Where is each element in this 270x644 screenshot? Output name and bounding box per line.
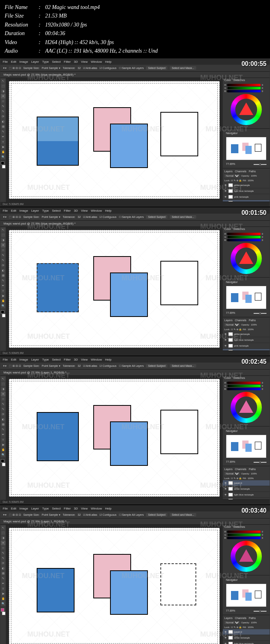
menu-filter[interactable]: Filter (64, 60, 71, 64)
menu-filter[interactable]: Filter (64, 358, 71, 361)
tool-7[interactable]: ⟳ (1, 114, 5, 119)
layer-thumbnail[interactable] (228, 201, 233, 202)
menu-view[interactable]: View (81, 358, 88, 361)
layer-thumbnail[interactable] (228, 332, 233, 336)
layer-thumbnail[interactable] (228, 630, 233, 634)
opacity-value[interactable]: 100% (251, 472, 257, 475)
layer-thumbnail[interactable] (228, 183, 233, 187)
lock-icons[interactable]: ⊡ ✎ ⊕ 🔒 (231, 626, 242, 628)
blend-mode-select[interactable]: Normal (224, 621, 240, 624)
contiguous-checkbox[interactable]: ☑ Contiguous (99, 67, 116, 70)
tool-9[interactable]: ▤ (1, 571, 5, 576)
menu-window[interactable]: Window (91, 358, 102, 361)
channels-tab[interactable]: Channels (235, 319, 247, 322)
zoom-value[interactable]: 77.89% (226, 163, 235, 166)
r-slider[interactable] (227, 382, 261, 384)
shape-2[interactable] (110, 124, 148, 168)
background-swatch[interactable] (2, 463, 5, 466)
tool-2[interactable]: ◑ (1, 387, 5, 391)
shape-0[interactable] (37, 412, 79, 461)
layer-item[interactable]: 👁 white rectangle (223, 635, 270, 641)
layer-thumbnail[interactable] (228, 487, 233, 491)
menu-help[interactable]: Help (105, 209, 111, 212)
tool-15[interactable]: 🔍 (1, 602, 5, 606)
layer-thumbnail[interactable] (228, 344, 233, 348)
menu-file[interactable]: File (3, 507, 8, 510)
r-slider[interactable] (227, 233, 261, 235)
layer-visibility-icon[interactable]: 👁 (224, 642, 227, 644)
anti-alias-checkbox[interactable]: ☑ Anti-alias (83, 513, 97, 517)
tolerance-value[interactable]: 32 (78, 364, 81, 367)
menu-image[interactable]: Image (20, 358, 28, 361)
menu-select[interactable]: Select (52, 358, 60, 361)
layer-name[interactable]: light blue rectangle (234, 494, 268, 496)
menu-window[interactable]: Window (91, 209, 102, 212)
menu-edit[interactable]: Edit (11, 209, 16, 212)
tool-6[interactable]: ✎ (1, 109, 5, 114)
navigator-tab[interactable]: Navigator (226, 132, 238, 134)
select-subject-button[interactable]: Select Subject (146, 364, 167, 368)
layers-tab[interactable]: Layers (224, 468, 233, 471)
menu-3d[interactable]: 3D (74, 209, 78, 212)
menu-help[interactable]: Help (105, 358, 111, 361)
document-tab[interactable]: Magic wand.psd @ 77.9% (blue rectangle, … (0, 221, 270, 227)
tool-4[interactable]: ⊹ (1, 397, 5, 402)
tool-10[interactable]: ✎ (1, 427, 5, 432)
tool-0[interactable]: ↖ (1, 525, 5, 530)
swatches-tab[interactable]: Swatches (233, 377, 245, 379)
shape-3[interactable] (160, 112, 198, 156)
layer-thumbnail[interactable] (228, 350, 233, 350)
tool-12[interactable]: T (1, 586, 5, 591)
menu-file[interactable]: File (3, 358, 8, 361)
zoom-value[interactable]: 77.89% (226, 460, 235, 464)
menu-image[interactable]: Image (20, 507, 28, 510)
shape-3[interactable] (160, 563, 196, 605)
color-wheel[interactable] (231, 541, 262, 572)
tool-7[interactable]: ⟳ (1, 561, 5, 566)
document-tab[interactable]: Magic wand.psd @ 77.9% (Layer 1, RGB/8) … (0, 518, 270, 525)
tool-6[interactable]: ✎ (1, 258, 5, 263)
menu-image[interactable]: Image (20, 209, 28, 212)
tool-1[interactable]: ⬚ (1, 382, 5, 386)
lock-icons[interactable]: ⊡ ✎ ⊕ 🔒 (231, 328, 242, 331)
shape-2[interactable] (110, 421, 148, 466)
channels-tab[interactable]: Channels (235, 468, 247, 471)
shape-0[interactable] (37, 117, 79, 166)
tool-11[interactable]: ✒ (1, 581, 5, 586)
foreground-background-colors[interactable] (1, 161, 5, 168)
paths-tab[interactable]: Paths (249, 170, 256, 173)
contiguous-checkbox[interactable]: ☑ Contiguous (99, 364, 116, 368)
tool-4[interactable]: ⊹ (1, 546, 5, 550)
layer-thumbnail[interactable] (228, 338, 233, 342)
tool-5[interactable]: ✎ (1, 551, 5, 556)
layer-visibility-icon[interactable]: 👁 (224, 201, 227, 202)
tool-0[interactable]: ↖ (1, 228, 5, 232)
tool-14[interactable]: ✋ (1, 299, 5, 303)
swatches-tab[interactable]: Swatches (233, 79, 245, 81)
tool-14[interactable]: ✋ (1, 448, 5, 452)
select-mask-button[interactable]: Select and Mask... (170, 215, 196, 219)
layer-visibility-icon[interactable]: 👁 (224, 350, 227, 350)
tool-1[interactable]: ⬚ (1, 233, 5, 237)
menu-select[interactable]: Select (52, 209, 60, 212)
blend-mode-select[interactable]: Normal (224, 174, 240, 177)
layer-item[interactable]: 👁 pink rectangle (223, 498, 270, 499)
paths-tab[interactable]: Paths (249, 617, 256, 619)
background-swatch[interactable] (2, 314, 5, 317)
zoom-slider-icon[interactable]: ▬▬△▬▬ (254, 311, 266, 315)
tool-2[interactable]: ◑ (1, 536, 5, 540)
tool-1[interactable]: ⬚ (1, 84, 5, 88)
navigator-tab[interactable]: Navigator (226, 430, 238, 432)
layer-item[interactable]: 👁 pink rectangle (223, 343, 270, 349)
color-wheel[interactable] (231, 392, 262, 423)
canvas[interactable] (9, 528, 220, 644)
tool-3[interactable]: ✦ (1, 541, 5, 545)
shape-2[interactable] (110, 570, 148, 615)
menu-filter[interactable]: Filter (64, 209, 71, 212)
menu-file[interactable]: File (3, 209, 8, 212)
tolerance-value[interactable]: 32 (78, 216, 81, 218)
channels-tab[interactable]: Channels (235, 617, 247, 619)
tool-8[interactable]: ◐ (1, 566, 5, 571)
r-slider[interactable] (227, 84, 261, 86)
navigator-preview[interactable] (226, 584, 266, 607)
